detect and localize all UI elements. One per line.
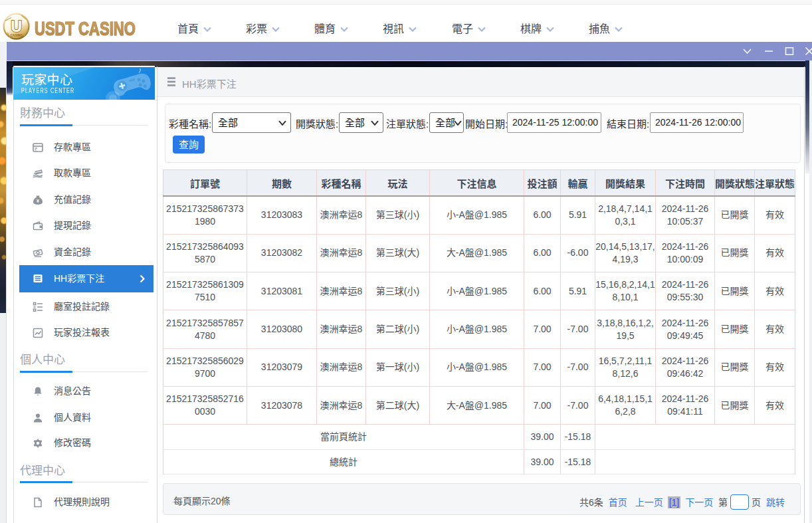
svg-text:U: U xyxy=(11,18,22,35)
svg-text:¥: ¥ xyxy=(37,199,39,203)
svg-text:CASINO: CASINO xyxy=(11,34,23,37)
